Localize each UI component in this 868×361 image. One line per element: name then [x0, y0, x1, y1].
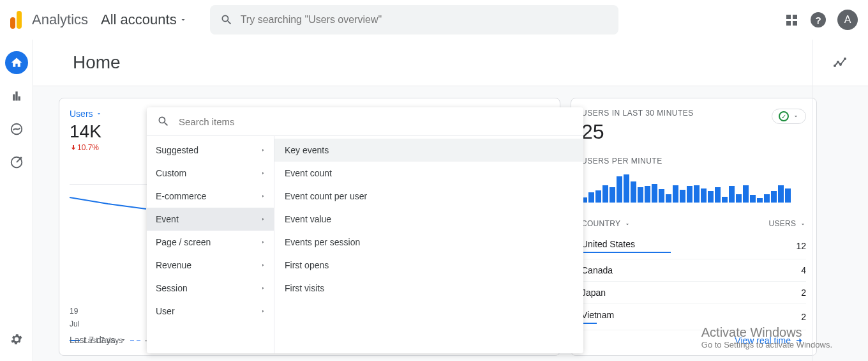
chevron-right-icon [260, 193, 266, 199]
search-box[interactable] [210, 5, 618, 35]
col-users[interactable]: USERS [740, 214, 806, 233]
explore-icon [10, 122, 24, 136]
chevron-right-icon [260, 239, 266, 245]
page-title: Home [33, 40, 868, 86]
realtime-permin-heading: USERS PER MINUTE [581, 157, 806, 165]
chart-bar [778, 185, 784, 203]
dropdown-subitem[interactable]: Key events [274, 139, 583, 162]
dropdown-category[interactable]: User [147, 300, 274, 323]
chart-bar [638, 187, 643, 203]
chevron-down-icon [624, 221, 631, 227]
realtime-status-chip[interactable]: ✓ [772, 109, 806, 124]
left-sidebar [0, 40, 33, 361]
dropdown-category[interactable]: Session [147, 277, 274, 300]
chart-bar [666, 194, 671, 203]
chevron-right-icon [260, 216, 266, 222]
dropdown-submenu: Key eventsEvent countEvent count per use… [274, 136, 583, 353]
chart-bar [645, 186, 650, 203]
table-row: Japan2 [581, 282, 806, 304]
svg-point-4 [839, 63, 842, 66]
account-selector[interactable]: All accounts [101, 12, 197, 28]
dropdown-subitem[interactable]: Events per session [274, 231, 583, 254]
chart-bar [652, 184, 657, 203]
svg-point-3 [837, 61, 839, 63]
account-avatar[interactable]: A [837, 10, 858, 30]
arrow-down-icon [70, 144, 77, 151]
dropdown-subitem[interactable]: First opens [274, 254, 583, 277]
metric-picker-dropdown: SuggestedCustomE-commerceEventPage / scr… [147, 107, 583, 353]
dropdown-search[interactable] [147, 107, 583, 136]
dropdown-subitem[interactable]: First visits [274, 277, 583, 300]
search-input[interactable] [241, 14, 608, 26]
chart-bar [694, 185, 700, 203]
home-icon [10, 56, 23, 69]
nav-explore[interactable] [5, 118, 28, 141]
chevron-right-icon [260, 170, 266, 176]
realtime-card: ✓ USERS IN LAST 30 MINUTES 25 USERS PER … [571, 98, 817, 356]
help-button[interactable]: ? [811, 12, 826, 27]
chart-bar [602, 185, 608, 203]
realtime-users-value: 25 [581, 120, 806, 144]
chart-bar [743, 185, 749, 203]
dropdown-subitem[interactable]: Event count [274, 162, 583, 185]
chart-bar [771, 191, 777, 203]
chart-bar [722, 197, 728, 203]
search-icon [157, 115, 170, 128]
dropdown-category[interactable]: Suggested [147, 139, 274, 162]
table-row: Vietnam2 [581, 304, 806, 330]
account-label: All accounts [101, 12, 177, 28]
dropdown-subitem[interactable]: Event value [274, 208, 583, 231]
app-name: Analytics [32, 12, 88, 28]
chart-bar [736, 194, 742, 203]
chart-bar [701, 188, 707, 203]
realtime-country-table: COUNTRY USERS United States12Canada4Japa… [581, 214, 806, 330]
chart-bar [595, 190, 601, 203]
chevron-down-icon [179, 16, 187, 24]
chevron-right-icon [260, 147, 266, 153]
dropdown-category-list: SuggestedCustomE-commerceEventPage / scr… [147, 136, 274, 353]
dropdown-category[interactable]: Event [147, 208, 274, 231]
chevron-right-icon [260, 308, 266, 314]
check-circle-icon: ✓ [779, 111, 789, 121]
chevron-right-icon [260, 285, 266, 291]
apps-icon [786, 15, 797, 26]
chart-bar [757, 198, 763, 203]
chevron-down-icon [96, 111, 102, 117]
table-row: Canada4 [581, 259, 806, 282]
bar-chart-icon [10, 89, 23, 102]
nav-reports[interactable] [5, 84, 28, 107]
chart-bar [687, 186, 692, 203]
col-country[interactable]: COUNTRY [581, 214, 740, 233]
apps-launcher[interactable] [784, 12, 799, 27]
table-row: United States12 [581, 233, 806, 259]
insights-button[interactable] [833, 55, 848, 361]
dropdown-category[interactable]: Revenue [147, 254, 274, 277]
svg-point-5 [844, 58, 846, 60]
chart-bar [588, 192, 594, 203]
chevron-right-icon [260, 262, 266, 268]
nav-advertising[interactable] [5, 151, 28, 174]
chart-bar [624, 174, 629, 203]
nav-home[interactable] [5, 51, 28, 74]
chart-bar [715, 187, 721, 203]
chart-bar [764, 194, 770, 203]
target-icon [10, 155, 24, 169]
dropdown-search-input[interactable] [179, 116, 573, 127]
view-realtime-link[interactable]: View real time [735, 335, 806, 346]
date-range-label: Last 7 days [70, 335, 116, 345]
chevron-down-icon [800, 221, 806, 227]
chart-bar [631, 181, 636, 203]
nav-admin[interactable] [5, 328, 28, 351]
users-per-minute-chart [581, 172, 806, 203]
chart-bar [610, 187, 615, 203]
dropdown-category[interactable]: Page / screen [147, 231, 274, 254]
chevron-down-icon [793, 113, 799, 119]
chart-bar [659, 189, 664, 203]
chart-bar [680, 190, 685, 203]
dropdown-subitem[interactable]: Event count per user [274, 185, 583, 208]
dropdown-category[interactable]: E-commerce [147, 185, 274, 208]
chart-bar [750, 195, 756, 203]
dropdown-category[interactable]: Custom [147, 162, 274, 185]
date-range-selector[interactable]: Last 7 days [70, 335, 127, 345]
insights-icon [833, 55, 848, 70]
